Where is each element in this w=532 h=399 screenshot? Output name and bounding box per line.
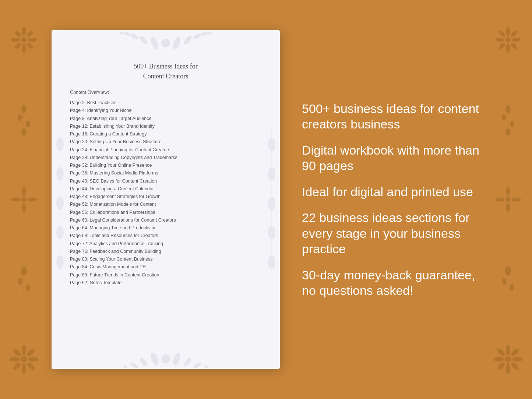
- svg-point-78: [56, 197, 64, 210]
- list-item: Page 2: Best Practices: [70, 99, 261, 107]
- svg-point-93: [192, 361, 202, 368]
- list-item: Page 60: Legal Considerations for Conten…: [70, 216, 261, 224]
- doc-top-ornament: [52, 30, 280, 56]
- svg-point-71: [123, 32, 131, 36]
- svg-point-80: [56, 255, 64, 269]
- list-item: Page 48: Engagement Strategies for Growt…: [70, 193, 261, 201]
- list-item: Page 16: Creating a Content Strategy: [70, 130, 261, 138]
- svg-point-86: [268, 255, 275, 269]
- list-item: Page 4: Identifying Your Niche: [70, 107, 261, 114]
- list-item: Page 52: Monetization Models for Content: [70, 201, 261, 208]
- list-item: Page 68: Tools and Resources for Creator…: [70, 232, 261, 240]
- list-item: Page 44: Developing a Content Calendar: [70, 185, 261, 193]
- svg-point-74: [208, 32, 211, 35]
- svg-point-89: [172, 352, 182, 366]
- feature-text-3: Ideal for digital and printed use: [302, 184, 480, 200]
- list-item: Page 12: Establishing Your Brand Identit…: [70, 123, 261, 130]
- svg-point-94: [124, 366, 127, 368]
- svg-point-87: [161, 354, 170, 363]
- list-item: Page 64: Managing Time and Productivity: [70, 224, 261, 232]
- list-item: Page 20: Setting Up Your Business Struct…: [70, 138, 261, 146]
- document-panel: 500+ Business Ideas for Content Creators…: [52, 30, 280, 369]
- list-item: Page 36: Mastering Social Media Platform…: [70, 169, 261, 177]
- svg-point-84: [268, 197, 275, 210]
- svg-point-91: [183, 356, 193, 367]
- svg-point-73: [120, 32, 123, 35]
- doc-left-ornament: [52, 30, 68, 369]
- svg-point-76: [56, 138, 64, 151]
- list-item: Page 88: Future Trends in Content Creati…: [70, 271, 261, 279]
- svg-point-66: [172, 36, 182, 50]
- doc-bottom-ornament: [52, 347, 280, 369]
- features-panel: 500+ business ideas for content creators…: [302, 93, 480, 306]
- svg-point-77: [56, 167, 64, 180]
- svg-point-70: [192, 33, 202, 40]
- svg-point-68: [183, 35, 193, 45]
- list-item: Page 40: SEO Basics for Content Creation: [70, 177, 261, 185]
- svg-point-82: [268, 138, 275, 151]
- svg-point-65: [149, 36, 159, 50]
- doc-right-ornament: [263, 30, 280, 369]
- svg-point-72: [200, 32, 208, 36]
- document-content: 500+ Business Ideas for Content Creators…: [59, 61, 272, 358]
- table-of-contents: Page 2: Best Practices Page 4: Identifyi…: [70, 99, 261, 287]
- section-label: Content Overview:: [70, 89, 261, 95]
- list-item: Page 56: Collaborations and Partnerships: [70, 209, 261, 216]
- svg-point-92: [130, 361, 139, 368]
- list-item: Page 28: Understanding Copyrights and Tr…: [70, 154, 261, 162]
- list-item: Page 80: Scaling Your Content Business: [70, 255, 261, 263]
- feature-text-4: 22 business ideas sections for every sta…: [302, 210, 480, 257]
- svg-point-67: [138, 35, 148, 45]
- document-title: 500+ Business Ideas for Content Creators: [70, 61, 261, 81]
- svg-point-69: [130, 33, 139, 40]
- list-item: Page 24: Financial Planning for Content …: [70, 146, 261, 154]
- list-item: Page 8: Analyzing Your Target Audience: [70, 115, 261, 123]
- feature-text-5: 30-day money-back guarantee, no question…: [302, 267, 480, 299]
- list-item: Page 84: Crisis Management and PR: [70, 263, 261, 271]
- svg-point-83: [268, 167, 275, 180]
- list-item: Page 72: Analytics and Performance Track…: [70, 240, 261, 248]
- list-item: Page 92: Notes Template: [70, 279, 261, 287]
- svg-point-64: [161, 39, 170, 47]
- svg-point-85: [268, 226, 275, 239]
- list-item: Page 76: Feedback and Community Building: [70, 248, 261, 255]
- feature-text-1: 500+ business ideas for content creators…: [302, 101, 480, 132]
- feature-text-2: Digital workbook with more than 90 pages: [302, 142, 480, 174]
- main-layout: 500+ Business Ideas for Content Creators…: [0, 0, 532, 399]
- svg-point-95: [205, 366, 208, 368]
- svg-point-79: [56, 226, 64, 239]
- svg-point-90: [138, 356, 148, 367]
- svg-point-88: [149, 352, 159, 366]
- list-item: Page 32: Building Your Online Presence: [70, 162, 261, 169]
